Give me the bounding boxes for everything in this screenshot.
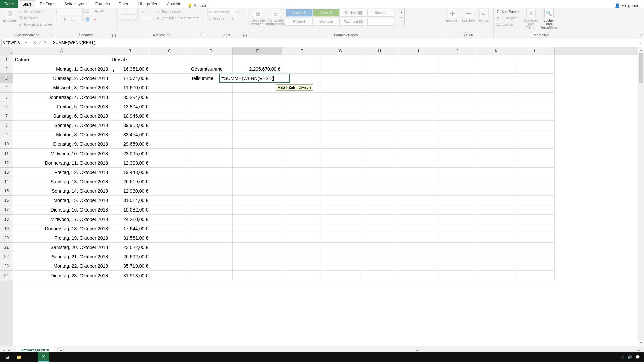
cell[interactable]: [477, 93, 516, 102]
cell-date[interactable]: Freitag, 19. Oktober 2018: [13, 233, 110, 243]
cell-date[interactable]: Samstag, 20. Oktober 2018: [13, 243, 110, 252]
increase-decimal-icon[interactable]: .0→: [223, 17, 228, 21]
dialog-launcher-icon[interactable]: ↘: [112, 34, 116, 37]
cell[interactable]: [233, 55, 282, 64]
tab-insert[interactable]: Einfügen: [35, 0, 60, 8]
cell[interactable]: [233, 224, 282, 233]
row-header[interactable]: 13: [0, 168, 13, 177]
cell[interactable]: [150, 55, 189, 64]
row-header[interactable]: 1: [0, 55, 13, 64]
cell-value[interactable]: 23.095,00 €: [110, 149, 150, 158]
row-header[interactable]: 23: [0, 261, 13, 271]
cell[interactable]: [321, 177, 360, 186]
cell[interactable]: [477, 271, 516, 280]
enter-formula-button[interactable]: ✓: [38, 40, 42, 45]
cell[interactable]: [233, 233, 282, 243]
cell[interactable]: [399, 243, 438, 252]
cell[interactable]: [516, 243, 555, 252]
cell[interactable]: [360, 168, 399, 177]
cell[interactable]: [438, 224, 477, 233]
style-komma[interactable]: Komma: [367, 9, 394, 17]
cell[interactable]: [399, 149, 438, 158]
cell[interactable]: [321, 261, 360, 271]
cell[interactable]: [399, 130, 438, 139]
cell[interactable]: [360, 233, 399, 243]
expand-formula-bar-icon[interactable]: ⌄: [637, 40, 644, 45]
conditional-format-button[interactable]: ▦Bedingte Formatierung: [251, 9, 266, 26]
cell[interactable]: [477, 233, 516, 243]
cell[interactable]: [189, 93, 233, 102]
cell[interactable]: [360, 149, 399, 158]
cell[interactable]: [282, 205, 321, 215]
cells-area[interactable]: DatumUmsatzMontag, 1. Oktober 201816.361…: [13, 55, 638, 346]
tell-me-search[interactable]: 💡 Suchen: [187, 3, 207, 8]
cell[interactable]: [438, 271, 477, 280]
cell[interactable]: [189, 168, 233, 177]
cell[interactable]: [399, 64, 438, 74]
align-right-icon[interactable]: [132, 14, 138, 20]
cell[interactable]: [233, 168, 282, 177]
cell[interactable]: [438, 102, 477, 111]
cell[interactable]: [399, 111, 438, 121]
cell[interactable]: [360, 121, 399, 130]
start-button[interactable]: ⊞: [1, 352, 13, 362]
sort-filter-button[interactable]: ⇅Sortieren und Filtern: [524, 9, 538, 30]
cell[interactable]: [438, 130, 477, 139]
cell[interactable]: [189, 149, 233, 158]
delete-cells-button[interactable]: ➖Löschen: [461, 9, 476, 22]
cell[interactable]: [233, 215, 282, 224]
cell[interactable]: [516, 271, 555, 280]
cell[interactable]: [189, 55, 233, 64]
insert-cells-button[interactable]: ➕Einfügen: [445, 9, 460, 22]
cell[interactable]: [477, 224, 516, 233]
cell[interactable]: [399, 224, 438, 233]
font-size-select[interactable]: 11: [83, 9, 94, 15]
cell-value[interactable]: 11.600,00 €: [110, 83, 150, 93]
name-box[interactable]: VERWEIS▾: [1, 39, 29, 46]
cell[interactable]: [282, 158, 321, 168]
cell[interactable]: [516, 252, 555, 261]
dialog-launcher-icon[interactable]: ↘: [200, 34, 203, 37]
cell[interactable]: [477, 149, 516, 158]
cell[interactable]: [233, 139, 282, 149]
cell[interactable]: [233, 261, 282, 271]
copy-button[interactable]: ❐Kopieren: [18, 15, 52, 21]
tab-formulas[interactable]: Formeln: [91, 0, 114, 8]
cell-date[interactable]: Montag, 1. Oktober 2018: [13, 64, 110, 74]
cell[interactable]: [321, 121, 360, 130]
header-datum[interactable]: Datum: [13, 55, 110, 64]
cell[interactable]: [321, 64, 360, 74]
find-select-button[interactable]: 🔍Suchen und Auswählen: [542, 9, 556, 30]
cell[interactable]: [438, 121, 477, 130]
cell[interactable]: [399, 215, 438, 224]
tab-data[interactable]: Daten: [114, 0, 134, 8]
cell[interactable]: [233, 149, 282, 158]
cell[interactable]: [516, 224, 555, 233]
row-header[interactable]: 17: [0, 205, 13, 215]
cell[interactable]: [516, 158, 555, 168]
decrease-font-icon[interactable]: A▾: [100, 9, 105, 13]
cell-styles-gallery[interactable]: Akzent5 Akzent6 Dezimal [0] Komma Prozen…: [286, 9, 396, 26]
cell[interactable]: [150, 139, 189, 149]
cell[interactable]: [516, 233, 555, 243]
cell[interactable]: [438, 158, 477, 168]
cell[interactable]: [189, 205, 233, 215]
cell[interactable]: [282, 243, 321, 252]
formula-input[interactable]: [49, 39, 637, 46]
cell-date[interactable]: Sonntag, 21. Oktober 2018: [13, 252, 110, 261]
cell-date[interactable]: Mittwoch, 3. Oktober 2018: [13, 83, 110, 93]
row-header[interactable]: 21: [0, 243, 13, 252]
worksheet-grid[interactable]: ABCDEFGHIJKL 123456789101112131415161718…: [0, 47, 644, 346]
cell[interactable]: [438, 252, 477, 261]
cell[interactable]: [516, 102, 555, 111]
cell[interactable]: [233, 196, 282, 205]
number-format-select[interactable]: Buchhaltung: [207, 9, 239, 15]
cell[interactable]: [321, 83, 360, 93]
wrap-text-button[interactable]: ↩Textumbruch: [156, 9, 199, 15]
row-header[interactable]: 6: [0, 102, 13, 111]
row-header[interactable]: 14: [0, 177, 13, 186]
cell[interactable]: [189, 130, 233, 139]
column-header[interactable]: L: [516, 47, 555, 55]
cell[interactable]: [516, 111, 555, 121]
cell[interactable]: [516, 83, 555, 93]
